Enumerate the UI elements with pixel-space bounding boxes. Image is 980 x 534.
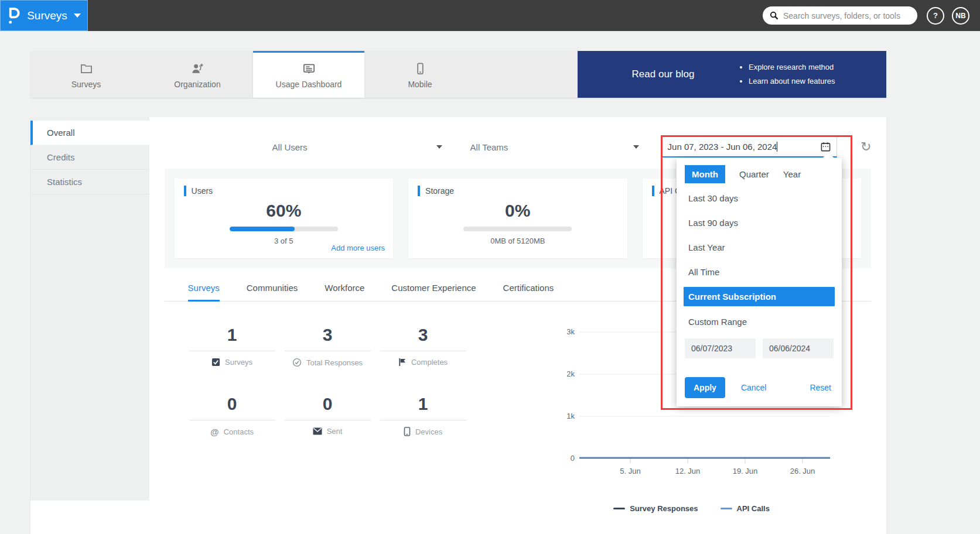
stat-surveys: 1 Surveys xyxy=(185,325,280,367)
legend-swatch xyxy=(721,508,732,509)
nav-spacer xyxy=(476,51,578,98)
granularity-tab-month[interactable]: Month xyxy=(685,165,725,183)
chevron-down-icon xyxy=(436,145,442,149)
granularity-tab-quarter[interactable]: Quarter xyxy=(739,169,769,179)
add-more-users-link[interactable]: Add more users xyxy=(331,244,385,252)
nav-tab-label: Organization xyxy=(174,80,220,89)
card-title: Users xyxy=(192,186,213,196)
teams-filter-select[interactable]: All Teams xyxy=(470,142,639,152)
top-bar: Surveys ? NB xyxy=(0,0,980,31)
option-last-90-days[interactable]: Last 90 days xyxy=(684,210,835,235)
checkbox-icon xyxy=(211,358,220,367)
primary-nav: Surveys Organization Usage Dashboard xyxy=(30,51,886,98)
stat-completes: 3 Completes xyxy=(375,325,471,367)
search-input[interactable] xyxy=(783,11,910,20)
option-current-subscription[interactable]: Current Subscription xyxy=(684,287,835,306)
card-accent-bar xyxy=(184,186,186,196)
blog-promo-banner[interactable]: Read our blog Explore research method Le… xyxy=(578,51,886,98)
date-picker-footer: Apply Cancel Reset xyxy=(684,377,835,398)
users-filter-select[interactable]: All Users xyxy=(272,142,442,152)
sidebar-item-overall[interactable]: Overall xyxy=(30,121,149,145)
blog-promo-title: Read our blog xyxy=(578,69,749,80)
folder-icon xyxy=(80,62,93,76)
card-title: Storage xyxy=(425,186,454,196)
y-tick: 0 xyxy=(570,454,574,463)
users-progress-fill xyxy=(230,227,295,231)
chart-legend: Survey Responses API Calls xyxy=(551,504,832,513)
search-icon xyxy=(770,11,778,20)
users-usage-card: Users 60% 3 of 5 Add more users xyxy=(175,179,393,258)
organization-icon xyxy=(190,62,205,76)
avatar[interactable]: NB xyxy=(952,7,969,25)
dashboard-icon xyxy=(302,62,316,76)
product-name: Surveys xyxy=(27,9,67,22)
legend-survey-responses[interactable]: Survey Responses xyxy=(613,504,698,513)
nav-tab-surveys[interactable]: Surveys xyxy=(30,51,142,98)
tab-surveys[interactable]: Surveys xyxy=(188,283,220,302)
custom-range-inputs: 06/07/2023 06/06/2024 xyxy=(684,338,835,358)
global-search[interactable] xyxy=(763,6,917,25)
users-percent: 60% xyxy=(184,201,384,221)
mobile-icon xyxy=(414,62,427,76)
start-date-input[interactable]: 06/07/2023 xyxy=(685,338,756,358)
stats-grid: 1 Surveys 3 Total Responses xyxy=(165,325,469,437)
blog-promo-bullet: Learn about new features xyxy=(749,74,877,88)
apply-button[interactable]: Apply xyxy=(685,377,725,398)
reset-button[interactable]: Reset xyxy=(810,383,831,392)
storage-usage-card: Storage 0% 0MB of 5120MB xyxy=(408,179,627,258)
date-range-input[interactable]: Jun 07, 2023 - Jun 06, 2024 xyxy=(661,136,837,158)
filter-row: All Users All Teams Jun 07, 2023 - Jun 0… xyxy=(165,136,871,158)
help-button[interactable]: ? xyxy=(927,7,944,25)
flag-icon xyxy=(398,358,407,367)
storage-percent: 0% xyxy=(418,201,617,221)
tab-workforce[interactable]: Workforce xyxy=(325,283,364,302)
cancel-button[interactable]: Cancel xyxy=(741,383,767,392)
tab-customer-experience[interactable]: Customer Experience xyxy=(391,283,476,302)
questionpro-logo-icon xyxy=(7,6,21,25)
y-tick: 1k xyxy=(566,412,575,420)
stat-total-responses: 3 Total Responses xyxy=(280,325,375,367)
users-filter-value: All Users xyxy=(272,142,308,152)
users-progress-bar xyxy=(230,227,338,231)
y-tick: 2k xyxy=(566,369,575,378)
option-custom-range[interactable]: Custom Range xyxy=(684,309,835,334)
tab-communities[interactable]: Communities xyxy=(247,283,298,302)
option-last-year[interactable]: Last Year xyxy=(684,235,835,259)
circle-check-icon xyxy=(292,358,302,367)
blog-promo-bullet: Explore research method xyxy=(749,60,877,74)
x-tick: 19. Jun xyxy=(732,467,757,475)
sidebar-item-statistics[interactable]: Statistics xyxy=(30,170,149,194)
nav-tab-usage-dashboard[interactable]: Usage Dashboard xyxy=(253,51,364,98)
blog-promo-bullets: Explore research method Learn about new … xyxy=(749,60,886,88)
x-tick: 12. Jun xyxy=(675,467,700,475)
legend-swatch xyxy=(613,508,625,509)
reset-filters-icon[interactable]: ↺ xyxy=(861,141,871,153)
stat-sent: 0 Sent xyxy=(280,394,375,437)
sidebar: Overall Credits Statistics xyxy=(30,117,149,501)
storage-detail: 0MB of 5120MB xyxy=(418,237,617,245)
x-tick: 5. Jun xyxy=(620,467,640,475)
legend-api-calls[interactable]: API Calls xyxy=(721,504,770,513)
date-range-value: Jun 07, 2023 - Jun 06, 2024 xyxy=(668,142,777,152)
calendar-icon[interactable] xyxy=(821,142,831,152)
nav-tab-mobile[interactable]: Mobile xyxy=(364,51,476,98)
nav-tab-organization[interactable]: Organization xyxy=(142,51,253,98)
card-accent-bar xyxy=(652,186,654,196)
end-date-input[interactable]: 06/06/2024 xyxy=(763,338,834,358)
envelope-icon xyxy=(313,427,322,435)
date-picker-popup: Month Quarter Year Last 30 days Last 90 … xyxy=(677,158,842,406)
product-switcher[interactable]: Surveys xyxy=(0,0,88,31)
option-all-time[interactable]: All Time xyxy=(684,259,835,284)
device-icon xyxy=(404,427,411,436)
tab-certifications[interactable]: Certifications xyxy=(503,283,554,302)
granularity-tab-year[interactable]: Year xyxy=(783,169,801,179)
stat-contacts: 0 @ Contacts xyxy=(185,394,280,437)
usage-dashboard-page: Surveys ? NB Surveys xyxy=(0,0,980,534)
storage-progress-bar xyxy=(463,227,572,231)
text-cursor xyxy=(777,142,777,152)
option-last-30-days[interactable]: Last 30 days xyxy=(684,186,835,210)
date-picker-granularity-tabs: Month Quarter Year xyxy=(685,165,835,183)
at-icon: @ xyxy=(210,427,219,437)
sidebar-item-credits[interactable]: Credits xyxy=(30,145,149,170)
stat-devices: 1 Devices xyxy=(375,394,471,437)
